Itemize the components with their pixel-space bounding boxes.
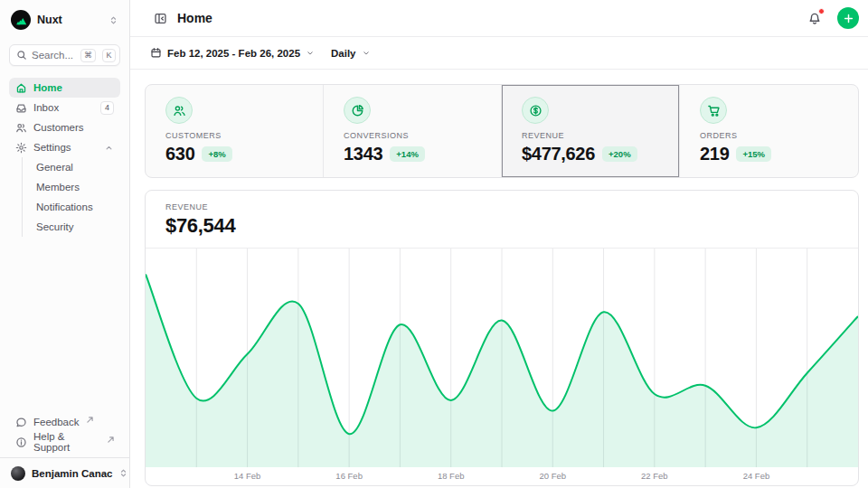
- stat-card-conversions[interactable]: CONVERSIONS 1343 +14%: [324, 85, 502, 177]
- sidebar-nav: Home Inbox 4 Customers Settings Genera: [9, 78, 120, 237]
- chevron-down-icon: [306, 49, 315, 58]
- main-area: Home Feb 12, 2025 - Feb 26, 2025 Daily: [130, 0, 868, 488]
- sidebar-item-inbox[interactable]: Inbox 4: [9, 98, 120, 117]
- stat-value: 1343: [344, 144, 382, 164]
- collapse-sidebar-button[interactable]: [152, 10, 169, 27]
- chart-title: REVENUE: [165, 202, 838, 211]
- chart-current-value: $76,544: [165, 214, 838, 238]
- circle-dollar-icon: [522, 97, 549, 124]
- stat-delta-badge: +8%: [202, 146, 231, 162]
- revenue-area-chart[interactable]: [146, 249, 858, 467]
- search-icon: [16, 50, 27, 61]
- notifications-button[interactable]: [806, 9, 824, 27]
- chevron-down-icon: [362, 49, 371, 58]
- sidebar-item-label: Home: [33, 82, 114, 93]
- search-box[interactable]: ⌘ K: [9, 44, 120, 66]
- dashboard-content: CUSTOMERS 630 +8% CONVERSIONS 1343 +14%: [130, 70, 868, 488]
- page-header: Home: [130, 0, 868, 37]
- sidebar-item-label: Members: [36, 182, 114, 192]
- sidebar-item-label: General: [36, 162, 114, 173]
- add-button[interactable]: [837, 7, 859, 29]
- gear-icon: [15, 142, 27, 154]
- x-axis: 14 Feb16 Feb18 Feb20 Feb22 Feb24 Feb: [146, 467, 858, 485]
- sidebar-item-customers[interactable]: Customers: [9, 117, 120, 137]
- stat-label: ORDERS: [700, 131, 738, 140]
- sidebar-item-security[interactable]: Security: [34, 217, 120, 237]
- x-tick-label: 20 Feb: [539, 471, 566, 481]
- sidebar-item-label: Security: [36, 221, 114, 232]
- stat-value: 630: [165, 144, 194, 164]
- stat-delta-badge: +15%: [736, 146, 771, 162]
- stat-label: CONVERSIONS: [344, 131, 409, 140]
- sidebar: Nuxt ⌘ K Home Inbox 4: [0, 0, 130, 488]
- feedback-link[interactable]: Feedback: [9, 412, 120, 432]
- calendar-icon: [150, 47, 162, 59]
- stat-card-customers[interactable]: CUSTOMERS 630 +8%: [146, 85, 324, 177]
- home-icon: [15, 82, 27, 94]
- inbox-icon: [15, 102, 27, 114]
- x-tick-label: 24 Feb: [743, 471, 770, 481]
- sidebar-item-label: Inbox: [33, 102, 94, 113]
- revenue-chart-svg: [146, 249, 858, 467]
- stat-delta-badge: +20%: [602, 146, 637, 162]
- chat-bubble-icon: [15, 417, 27, 428]
- interval-select[interactable]: Daily: [331, 48, 371, 59]
- x-tick-label: 18 Feb: [438, 471, 465, 481]
- users-icon: [15, 122, 27, 134]
- users-icon: [165, 97, 193, 124]
- user-name: Benjamin Canac: [32, 468, 112, 479]
- stat-value: $477,626: [522, 144, 595, 164]
- help-support-link[interactable]: Help & Support: [9, 432, 120, 452]
- kbd-k: K: [102, 49, 116, 62]
- sidebar-item-members[interactable]: Members: [34, 177, 120, 197]
- nuxt-logo-icon: [11, 10, 31, 30]
- user-avatar: [11, 466, 25, 481]
- pie-chart-icon: [344, 97, 371, 124]
- filter-toolbar: Feb 12, 2025 - Feb 26, 2025 Daily: [130, 37, 868, 70]
- user-menu[interactable]: Benjamin Canac: [0, 457, 129, 488]
- date-range-label: Feb 12, 2025 - Feb 26, 2025: [167, 48, 300, 59]
- stats-row: CUSTOMERS 630 +8% CONVERSIONS 1343 +14%: [145, 84, 859, 178]
- info-circle-icon: [15, 436, 27, 448]
- stat-label: CUSTOMERS: [165, 131, 222, 140]
- sidebar-item-home[interactable]: Home: [9, 78, 120, 98]
- notification-dot: [818, 8, 825, 14]
- date-range-picker[interactable]: Feb 12, 2025 - Feb 26, 2025: [150, 47, 315, 59]
- revenue-chart-card: REVENUE $76,544 14 Feb16 Feb18 Feb20 Feb…: [145, 190, 859, 486]
- x-tick-label: 14 Feb: [234, 471, 261, 481]
- x-tick-label: 16 Feb: [335, 471, 363, 481]
- sidebar-item-label: Customers: [33, 122, 114, 133]
- cart-icon: [700, 97, 727, 124]
- page-title: Home: [177, 11, 797, 25]
- inbox-count-badge: 4: [100, 101, 114, 115]
- footer-link-label: Help & Support: [33, 431, 100, 453]
- chevrons-up-down-icon: [118, 468, 128, 478]
- workspace-name: Nuxt: [37, 14, 102, 26]
- sidebar-item-label: Notifications: [36, 202, 114, 212]
- footer-link-label: Feedback: [33, 417, 80, 427]
- interval-label: Daily: [331, 48, 356, 59]
- stat-card-orders[interactable]: ORDERS 219 +15%: [680, 85, 858, 177]
- external-link-icon: [87, 417, 93, 423]
- plus-icon: [843, 13, 854, 24]
- settings-subnav: General Members Notifications Security: [22, 157, 120, 237]
- stat-delta-badge: +14%: [390, 146, 425, 162]
- chevron-up-icon: [104, 143, 114, 153]
- stat-label: REVENUE: [522, 131, 564, 140]
- chart-header: REVENUE $76,544: [146, 191, 858, 249]
- sidebar-item-label: Settings: [33, 142, 98, 153]
- stat-value: 219: [700, 144, 729, 164]
- chevrons-up-down-icon: [108, 15, 118, 25]
- stat-card-revenue[interactable]: REVENUE $477,626 +20%: [502, 85, 680, 177]
- sidebar-footer: Feedback Help & Support: [9, 412, 120, 457]
- search-input[interactable]: [32, 50, 76, 61]
- x-tick-label: 22 Feb: [641, 471, 668, 481]
- panel-left-close-icon: [154, 12, 167, 25]
- external-link-icon: [108, 436, 114, 443]
- sidebar-item-general[interactable]: General: [34, 157, 120, 177]
- kbd-cmd: ⌘: [80, 49, 96, 62]
- sidebar-item-settings[interactable]: Settings: [9, 137, 120, 157]
- sidebar-item-notifications[interactable]: Notifications: [34, 197, 120, 217]
- workspace-switcher[interactable]: Nuxt: [9, 7, 120, 33]
